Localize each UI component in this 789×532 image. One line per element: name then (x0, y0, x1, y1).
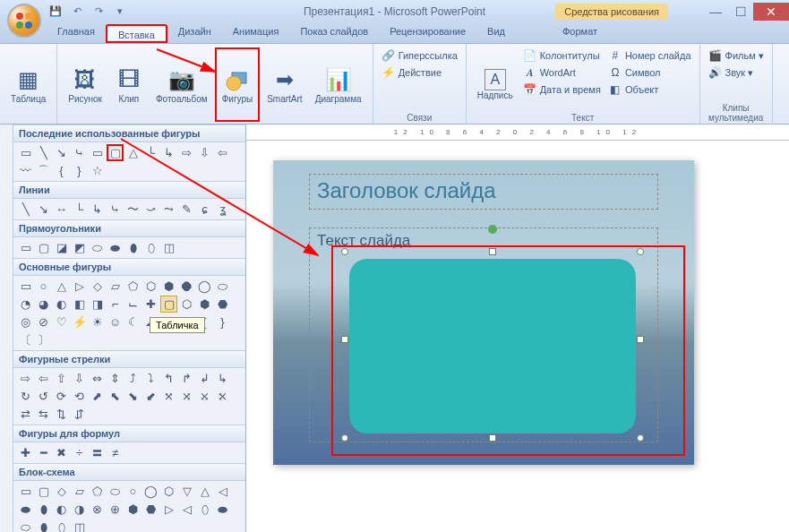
tab-animation[interactable]: Анимация (222, 22, 290, 43)
shape-fc-7[interactable]: ○ (124, 483, 142, 500)
shape-basic-3[interactable]: △ (53, 278, 70, 295)
shape-fc-6[interactable]: ⬭ (107, 483, 124, 500)
shape-arrow-19[interactable]: ⬊ (124, 388, 142, 405)
shape-arrow-14[interactable]: ↺ (35, 388, 52, 405)
shape-arrow-18[interactable]: ⬉ (107, 388, 124, 405)
shape-line-arrow[interactable]: ↘ (53, 144, 70, 161)
shape-line-2[interactable]: ↘ (35, 201, 52, 218)
shape-star[interactable]: ☆ (89, 162, 106, 179)
shape-basic-16[interactable]: ◧ (71, 296, 88, 313)
shape-basic-4[interactable]: ▷ (71, 278, 88, 295)
shape-line-11[interactable]: ɕ (196, 201, 213, 218)
shape-rect-7[interactable]: ⬮ (124, 239, 142, 256)
shape-arc[interactable]: ⌒ (35, 162, 52, 179)
shape-not-equal[interactable]: ≠ (107, 444, 124, 461)
chart-button[interactable]: 📊 Диаграмма (310, 47, 367, 122)
shape-line-8[interactable]: ⤻ (142, 201, 159, 218)
shape-basic-10[interactable]: ⯃ (178, 278, 195, 295)
smartart-button[interactable]: ➡ SmartArt (262, 47, 307, 122)
shape-basic-plaque[interactable]: ▢ (160, 296, 177, 313)
shape-fc-13[interactable]: ⬬ (17, 501, 34, 518)
shape-line-7[interactable]: 〜 (124, 201, 142, 218)
shape-basic-27[interactable]: ♡ (53, 313, 70, 330)
shape-basic-28[interactable]: ⚡ (71, 313, 88, 330)
tab-design[interactable]: Дизайн (167, 22, 222, 43)
slide-title-placeholder[interactable]: Заголовок слайда (309, 174, 658, 210)
shape-triangle[interactable]: △ (124, 144, 142, 161)
shape-basic-29[interactable]: ☀ (89, 313, 106, 330)
slide-number-button[interactable]: #Номер слайда (605, 47, 694, 64)
shape-line[interactable]: ╲ (35, 144, 52, 161)
shape-basic-26[interactable]: ⊘ (35, 313, 52, 330)
shape-fc-10[interactable]: ▽ (178, 483, 195, 500)
shape-fc-28[interactable]: ◫ (71, 519, 88, 532)
shape-line-12[interactable]: ʓ (214, 201, 231, 218)
tab-format[interactable]: Формат (552, 22, 608, 43)
shape-connector[interactable]: ⤷ (71, 144, 88, 161)
shape-divide[interactable]: ÷ (71, 444, 88, 461)
movie-button[interactable]: 🎬Фильм ▾ (706, 47, 767, 64)
shape-basic-18[interactable]: ⌐ (107, 296, 124, 313)
shape-arrow-26[interactable]: ⇆ (35, 406, 52, 423)
minimize-button[interactable]: — (703, 3, 728, 21)
shape-brace-left[interactable]: { (53, 162, 70, 179)
shape-right-arrow[interactable]: ⇨ (178, 144, 195, 161)
shape-arrow-17[interactable]: ⬈ (89, 388, 106, 405)
shape-fc-1[interactable]: ▭ (17, 483, 34, 500)
shape-textbox[interactable]: ▭ (17, 144, 34, 161)
textbox-button[interactable]: A Надпись (472, 47, 519, 122)
shape-arrow-25[interactable]: ⇄ (17, 406, 34, 423)
shape-equals[interactable]: 〓 (89, 444, 106, 461)
shape-arrow-2[interactable]: ⇦ (35, 370, 52, 387)
shape-line-9[interactable]: ⤳ (160, 201, 177, 218)
shape-basic-20[interactable]: ✚ (142, 296, 159, 313)
shape-line-5[interactable]: ↳ (89, 201, 106, 218)
shape-rect-8[interactable]: ⬯ (142, 239, 159, 256)
shape-arrow-27[interactable]: ⇅ (53, 406, 70, 423)
shape-arrow-1[interactable]: ⇨ (17, 370, 34, 387)
shape-arrow-23[interactable]: ⤩ (196, 388, 213, 405)
shape-fc-25[interactable]: ⬭ (17, 519, 34, 532)
shape-basic-7[interactable]: ⬠ (124, 278, 142, 295)
shape-rect-5[interactable]: ⬭ (89, 239, 106, 256)
shape-basic-12[interactable]: ⬭ (214, 278, 231, 295)
shape-arrow-28[interactable]: ⇵ (71, 406, 88, 423)
shape-rect-4[interactable]: ◩ (71, 239, 88, 256)
shape-arrow-21[interactable]: ⤧ (160, 388, 177, 405)
shape-basic-11[interactable]: ◯ (196, 278, 213, 295)
header-footer-button[interactable]: 📄Колонтитулы (520, 47, 604, 64)
picture-button[interactable]: 🖼 Рисунок (63, 47, 107, 122)
table-button[interactable]: ▦ Таблица (5, 47, 51, 122)
shape-basic-19[interactable]: ⌙ (124, 296, 142, 313)
shape-rect-1[interactable]: ▭ (17, 239, 34, 256)
shape-arrow-20[interactable]: ⬋ (142, 388, 159, 405)
shape-plus[interactable]: ✚ (17, 444, 34, 461)
symbol-button[interactable]: ΩСимвол (605, 64, 694, 81)
slide-edit-area[interactable]: 12 10 8 6 4 2 0 2 4 6 8 10 12 Заголовок … (246, 124, 789, 532)
shape-rect-6[interactable]: ⬬ (107, 239, 124, 256)
shape-arrow-22[interactable]: ⤨ (178, 388, 195, 405)
undo-icon[interactable]: ↶ (68, 3, 86, 21)
shape-fc-23[interactable]: ⬯ (196, 501, 213, 518)
shape-basic-13[interactable]: ◔ (17, 296, 34, 313)
shape-basic-24[interactable]: ⬣ (214, 296, 231, 313)
tab-view[interactable]: Вид (476, 22, 516, 43)
wordart-button[interactable]: 𝑨WordArt (520, 64, 604, 81)
tab-home[interactable]: Главная (47, 22, 106, 43)
shape-fc-12[interactable]: ◁ (214, 483, 231, 500)
shape-rectangle[interactable]: ▭ (89, 144, 106, 161)
shape-fc-4[interactable]: ▱ (71, 483, 88, 500)
shape-fc-14[interactable]: ⬮ (35, 501, 52, 518)
shape-line-10[interactable]: ✎ (178, 201, 195, 218)
shape-arrow-3[interactable]: ⇧ (53, 370, 70, 387)
clip-button[interactable]: 🎞 Клип (109, 47, 149, 122)
shape-line-1[interactable]: ╲ (17, 201, 34, 218)
shape-left-arrow[interactable]: ⇦ (214, 144, 231, 161)
shape-connector-elbow-arrow[interactable]: ↳ (160, 144, 177, 161)
shape-fc-22[interactable]: ◁ (178, 501, 195, 518)
shape-basic-31[interactable]: ☾ (124, 313, 142, 330)
shape-basic-23[interactable]: ⬢ (196, 296, 213, 313)
shape-arrow-10[interactable]: ↱ (178, 370, 195, 387)
shape-rect-2[interactable]: ▢ (35, 239, 52, 256)
shape-line-4[interactable]: └ (71, 201, 88, 218)
